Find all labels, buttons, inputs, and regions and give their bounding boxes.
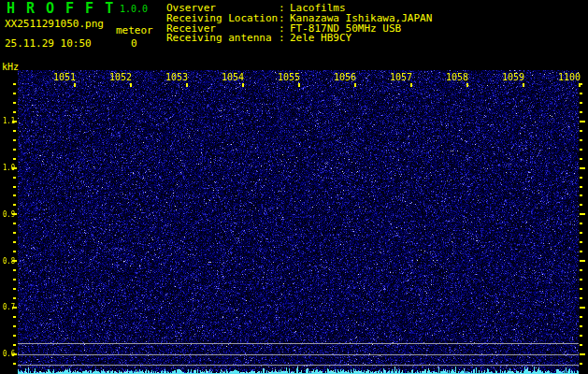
freq-tick-mark xyxy=(13,325,16,327)
freq-tick-mark-right xyxy=(580,186,582,188)
station-value: 2ele HB9CY xyxy=(290,34,351,44)
freq-tick-mark-right xyxy=(580,149,582,151)
time-tick-label: 1056 xyxy=(328,73,356,82)
station-row-antenna: Receiving antenna: 2ele HB9CY xyxy=(166,34,432,44)
freq-tick-mark-right xyxy=(580,251,582,252)
time-tick-label: 1053 xyxy=(160,73,188,82)
freq-tick-mark-right xyxy=(580,335,582,337)
mode-label: meteor xyxy=(116,25,153,36)
spectrogram-canvas xyxy=(18,70,579,374)
hrofft-window: HROFFT 1.0.0 XX2511291050.png meteor 25.… xyxy=(0,0,588,374)
time-tick-mark xyxy=(354,83,356,87)
freq-tick-mark-right xyxy=(580,344,582,346)
timestamp-label: 25.11.29 10:50 xyxy=(5,38,92,49)
freq-tick-mark xyxy=(12,307,17,309)
freq-tick-mark xyxy=(13,344,16,346)
freq-tick-mark xyxy=(13,194,16,196)
freq-tick-mark-right xyxy=(580,102,582,104)
freq-tick-mark xyxy=(13,232,16,234)
freq-tick-mark-right xyxy=(580,279,582,280)
freq-tick-mark xyxy=(13,177,16,179)
khz-unit-label: kHz xyxy=(2,63,19,72)
freq-tick-mark-right xyxy=(580,232,582,234)
freq-tick-mark-right xyxy=(580,223,582,224)
freq-tick-mark-right xyxy=(580,325,582,327)
freq-tick-mark xyxy=(13,279,16,280)
freq-tick-mark-right xyxy=(580,167,585,169)
time-tick-label: 1058 xyxy=(440,73,468,82)
freq-tick-mark xyxy=(13,93,16,94)
time-tick-label: 1052 xyxy=(104,73,132,82)
time-tick-label: 1055 xyxy=(272,73,300,82)
freq-tick-mark xyxy=(12,121,17,122)
freq-tick-mark-right xyxy=(580,130,582,132)
time-tick-label: 1057 xyxy=(384,73,412,82)
echo-count: 0 xyxy=(131,38,137,49)
freq-tick-mark-right xyxy=(580,288,582,290)
time-tick-label: 1100 xyxy=(552,73,581,82)
freq-tick-mark-right xyxy=(580,297,582,299)
time-tick-mark xyxy=(523,83,524,87)
freq-tick-mark xyxy=(13,335,16,337)
freq-tick-mark xyxy=(13,269,16,271)
freq-tick-mark xyxy=(13,297,16,299)
time-tick-label: 1059 xyxy=(496,73,524,82)
freq-tick-mark-right xyxy=(580,83,582,85)
freq-tick-mark xyxy=(13,186,16,188)
time-tick-label: 1054 xyxy=(216,73,244,82)
app-version: 1.0.0 xyxy=(120,5,148,14)
freq-tick-mark xyxy=(13,204,16,206)
time-tick-mark xyxy=(298,83,300,87)
time-tick-mark xyxy=(242,83,244,87)
freq-tick-mark-right xyxy=(580,241,582,243)
time-tick-mark xyxy=(130,83,132,87)
time-tick-label: 1051 xyxy=(48,73,76,82)
freq-tick-mark-right xyxy=(580,158,582,160)
freq-tick-mark xyxy=(13,130,16,132)
freq-tick-mark-right xyxy=(580,177,582,179)
freq-tick-mark xyxy=(13,149,16,151)
time-tick-mark xyxy=(466,83,468,87)
freq-tick-mark xyxy=(13,139,16,141)
freq-tick-mark xyxy=(12,167,17,169)
time-tick-mark xyxy=(186,83,188,87)
freq-tick-mark xyxy=(13,83,16,85)
freq-tick-mark-right xyxy=(580,363,582,365)
freq-tick-mark-right xyxy=(580,269,582,271)
freq-tick-mark xyxy=(13,241,16,243)
freq-tick-mark xyxy=(13,223,16,224)
freq-tick-mark-right xyxy=(580,204,582,206)
freq-tick-mark xyxy=(13,111,16,113)
freq-tick-mark-right xyxy=(580,316,582,318)
freq-tick-mark-right xyxy=(580,194,582,196)
freq-tick-mark-right xyxy=(580,93,582,94)
app-title: HROFFT xyxy=(7,2,124,15)
station-label: Receiving antenna xyxy=(166,34,279,44)
freq-tick-mark-right xyxy=(580,213,585,215)
filename-label: XX2511291050.png xyxy=(5,19,104,29)
freq-tick-mark-right xyxy=(580,307,585,309)
freq-tick-mark xyxy=(12,353,17,355)
freq-tick-mark xyxy=(12,260,17,262)
freq-tick-mark-right xyxy=(580,353,585,355)
freq-tick-mark-right xyxy=(580,139,582,141)
freq-tick-mark xyxy=(13,288,16,290)
station-info: Ovserver: Lacofilms Receiving Location: … xyxy=(166,4,432,44)
time-tick-mark xyxy=(410,83,412,87)
freq-tick-mark xyxy=(12,213,17,215)
freq-tick-mark xyxy=(13,251,16,252)
freq-tick-mark xyxy=(13,102,16,104)
freq-tick-mark-right xyxy=(580,111,582,113)
time-tick-mark xyxy=(74,83,76,87)
freq-tick-mark-right xyxy=(580,260,585,262)
freq-tick-mark xyxy=(13,158,16,160)
freq-tick-mark xyxy=(13,363,16,365)
freq-tick-mark-right xyxy=(580,121,585,122)
freq-tick-mark xyxy=(13,316,16,318)
station-colon: : xyxy=(279,34,290,44)
